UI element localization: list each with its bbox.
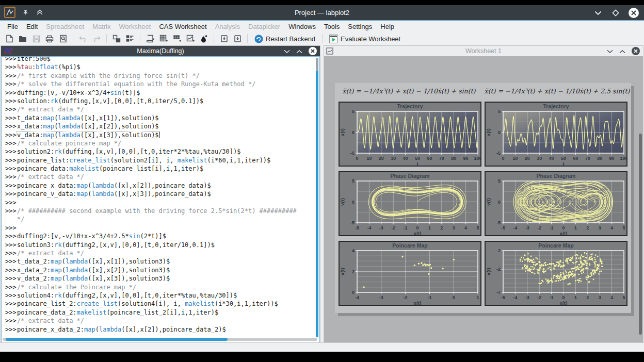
plot-title: Phase Diagram [486, 173, 626, 179]
console-line[interactable]: >>>/* calculate the Poincare map */ [2, 283, 312, 291]
new-cas-worksheet-icon[interactable] [144, 33, 156, 44]
console-line[interactable]: >>>/* extract data */ [2, 105, 312, 113]
menu-item-settings[interactable]: Settings [344, 22, 376, 31]
ink-drop-icon[interactable] [198, 33, 210, 44]
redo-icon[interactable] [90, 33, 103, 44]
worksheet-view[interactable]: ẍ(t) = −1/4x³(t) + x(t) − 1/10ẋ(t) + sin… [324, 56, 643, 343]
shade-up-icon[interactable] [35, 8, 44, 17]
svg-text:-5: -5 [501, 295, 505, 300]
console-line[interactable]: >>>solution4:rk(duffing2,[x,v],[0,0],[t,… [2, 291, 312, 300]
menu-item-file[interactable]: File [3, 22, 22, 31]
console-line[interactable]: >>>poincare_list:create_list(solution2[i… [2, 156, 312, 164]
menu-item-cas-worksheet[interactable]: CAS Worksheet [155, 22, 211, 31]
svg-text:5: 5 [352, 109, 355, 114]
svg-text:50: 50 [561, 156, 566, 161]
worksheet-maximize-icon[interactable] [619, 46, 625, 56]
console-line[interactable]: >>>x_data:map(lambda([x],x[2]),solution)… [2, 122, 312, 130]
new-matrix-icon[interactable] [171, 33, 183, 44]
console-line[interactable]: >>>duffing:[v,-v/10+x-x^3/4+sin(t)]$ [2, 89, 312, 97]
console-maximize-icon[interactable] [296, 46, 302, 56]
import-icon[interactable] [218, 33, 230, 44]
menu-item-edit[interactable]: Edit [22, 22, 42, 31]
svg-text:v(t): v(t) [340, 268, 345, 275]
plot-traj2[interactable]: Trajectory0102030405060708090100-505tx(t… [485, 102, 627, 167]
new-project-icon[interactable] [3, 33, 15, 44]
console-line[interactable]: >>>duffing2:[v,-v/10+x-x^3/4+2.5*sin(2*t… [2, 232, 312, 240]
console-line[interactable]: >>>iter:500$ [2, 56, 312, 63]
console-prompt: >>> [2, 199, 17, 207]
close-window-icon[interactable] [629, 8, 639, 18]
maximize-icon[interactable] [611, 8, 620, 18]
open-project-icon[interactable] [17, 33, 29, 44]
worksheet-close-icon[interactable] [632, 47, 640, 55]
plot-phase1[interactable]: Phase Diagram-5-4-3-2-1012345-505x(t)v(t… [339, 171, 481, 236]
console-line[interactable]: >>> [2, 224, 312, 232]
console-line[interactable]: >>>/* extract data */ [2, 249, 312, 257]
print-icon[interactable] [43, 33, 56, 44]
console-line[interactable]: >>>/* extract data */ [2, 173, 312, 181]
console-line[interactable]: >>>poincare_x_data_2:map(lambda([x],x[2]… [2, 325, 312, 334]
console-line[interactable]: >>>v_data_2:map(lambda([x],x[3]),solutio… [2, 274, 312, 283]
console-line[interactable]: >>>solution2:rk(duffing,[x,v],[0,0],[t,0… [2, 147, 312, 156]
svg-text:-7: -7 [496, 290, 501, 295]
evaluate-worksheet-button[interactable]: Evaluate Worksheet [326, 33, 404, 44]
worksheet-vertical-scrollbar[interactable] [639, 134, 642, 335]
svg-text:0: 0 [352, 290, 355, 295]
console-line[interactable]: */ [2, 215, 312, 223]
console-editor[interactable]: >>>iter:500$>>>%tau:bfloat(%pi)$>>>/* fi… [1, 56, 320, 343]
console-line[interactable]: >>>v_data:map(lambda([x],x[3]),solution)… [2, 131, 312, 139]
console-line[interactable]: >>>solution:rk(duffing,[x,v],[0,0],[t,0,… [2, 97, 312, 105]
export-icon[interactable] [231, 33, 244, 44]
console-line[interactable]: >>>/* ########## second example with the… [2, 207, 312, 215]
menu-item-tools[interactable]: Tools [320, 22, 344, 31]
plot-poincare2[interactable]: Poincare Map-5-4-3-2-10123452-2-7x(t)v(t… [485, 241, 627, 306]
minimize-icon[interactable] [593, 8, 603, 18]
print-preview-icon[interactable] [57, 33, 69, 44]
console-prompt: >>> [2, 325, 17, 334]
pin-icon[interactable] [21, 8, 30, 17]
worksheet-minimize-icon[interactable] [607, 46, 613, 56]
console-line[interactable]: >>>/* extract data */ [2, 317, 312, 325]
menu-item-matrix: Matrix [88, 22, 115, 31]
console-line[interactable]: >>>poincare_v_data:map(lambda([x],x[3]),… [2, 190, 312, 198]
console-close-icon[interactable] [309, 47, 317, 55]
svg-text:-4: -4 [367, 225, 371, 231]
console-line[interactable]: >>>/* calculate poincare map */ [2, 139, 312, 147]
console-line[interactable]: >>>poincare_list_2:create_list(solution4… [2, 300, 312, 308]
console-line[interactable]: >>>poincare_data:makelist(poincare_list[… [2, 164, 312, 173]
menu-item-help[interactable]: Help [376, 22, 398, 31]
console-line[interactable]: >>>t_data_2:map(lambda([x],x[1]),solutio… [2, 257, 312, 266]
restart-backend-button[interactable]: Restart Backend [251, 33, 318, 44]
svg-text:5: 5 [476, 225, 479, 231]
worksheet-page[interactable]: ẍ(t) = −1/4x³(t) + x(t) − 1/10ẋ(t) + sin… [335, 83, 631, 313]
console-minimize-icon[interactable] [284, 46, 290, 56]
new-spreadsheet-icon[interactable] [157, 33, 170, 44]
console-line[interactable]: >>>poincare_x_data:map(lambda([x],x[2]),… [2, 182, 312, 190]
console-line[interactable]: >>>/* first example with the driving for… [2, 72, 312, 80]
console-prompt: >>> [2, 308, 17, 317]
console-line[interactable]: >>>/* solve the differential equation wi… [2, 80, 312, 88]
console-line[interactable]: >>>solution3:rk(duffing2,[x,v],[0,0],[t,… [2, 241, 312, 249]
worksheet-titlebar[interactable]: Worksheet 1 [324, 46, 643, 56]
new-workbook-icon[interactable] [110, 33, 123, 44]
plot-traj1[interactable]: Trajectory0102030405060708090100-505tx(t… [339, 102, 481, 167]
save-icon[interactable] [30, 33, 42, 44]
console-titlebar[interactable]: M Maxima(Duffing) [1, 46, 320, 56]
console-prompt: >>> [2, 249, 17, 257]
console-line[interactable]: >>>x_data_2:map(lambda([x],x[2]),solutio… [2, 266, 312, 274]
svg-text:-4: -4 [355, 295, 359, 300]
menu-item-windows[interactable]: Windows [284, 22, 320, 31]
console-horizontal-scrollbar[interactable] [3, 338, 317, 341]
restart-icon [254, 35, 263, 43]
console-line[interactable]: >>> [2, 199, 312, 207]
new-worksheet-icon[interactable] [184, 33, 197, 44]
labplot-app-icon[interactable] [4, 7, 15, 18]
undo-icon[interactable] [77, 33, 89, 44]
console-line[interactable]: >>>t_data:map(lambda([x],x[1]),solution)… [2, 114, 312, 122]
plot-phase2[interactable]: Phase Diagram-5-4-3-2-1012345-505x(t)v(t… [485, 171, 627, 236]
console-vertical-scrollbar[interactable] [316, 58, 318, 337]
console-line[interactable]: >>>poincare_data_2:makelist(poincare_lis… [2, 308, 312, 317]
new-datapicker-icon[interactable] [124, 33, 136, 44]
console-line[interactable]: >>>%tau:bfloat(%pi)$ [2, 63, 312, 71]
plot-poincare1[interactable]: Poincare Map-4-3-2-101024x(t)v(t) [339, 241, 481, 306]
